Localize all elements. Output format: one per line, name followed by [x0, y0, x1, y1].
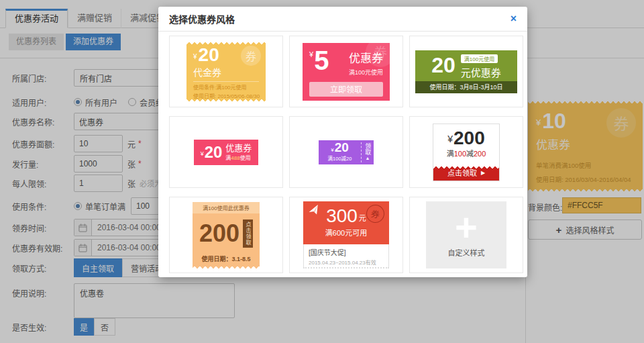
coupon-style-option-2[interactable]: 券 ¥ 5 优惠券 满100元使用 立即领取 — [289, 36, 403, 107]
coupon-style-option-8[interactable]: 券 300 元 满600元可用 [国庆节大促] 2015.04.23~2015.… — [289, 197, 403, 273]
claim-tab: 领取 ▲ — [362, 140, 374, 164]
coupon-card-orange: 满100使用此优惠券 200 点击领取 使用日期：3.1-8.5 — [193, 202, 260, 268]
coupon-condition: 满100元使用 — [349, 68, 383, 77]
plus-icon: + — [455, 212, 478, 243]
coupon-condition: 满100使用此优惠券 — [193, 202, 260, 213]
coupon-condition: 满488使用 — [225, 154, 252, 161]
amount-value: 200 — [199, 224, 239, 244]
coupon-name: 代金券 — [193, 65, 259, 79]
coupon-amount: ¥ 20 — [331, 142, 349, 153]
close-icon[interactable]: × — [511, 13, 517, 24]
serrated-edge — [433, 165, 499, 168]
coupon-validity: 2015.04.23~2015.04.23有效 — [309, 258, 384, 266]
amount-value: 20 — [335, 142, 349, 153]
coupon-condition: 使用条件:满100元使用 — [193, 84, 259, 93]
coupon-amount: 300 元 — [326, 208, 366, 224]
coupon-style-option-7[interactable]: 满100使用此优惠券 200 点击领取 使用日期：3.1-8.5 — [169, 197, 283, 273]
serrated-edge — [186, 99, 266, 103]
claim-label: 点击领取 — [447, 167, 477, 178]
custom-style-card: + 自定义样式 — [426, 201, 506, 268]
amount-value: 20 — [199, 48, 219, 62]
paper-plane-icon — [307, 204, 321, 219]
click-claim-tab[interactable]: 点击领取 — [243, 219, 253, 248]
currency-symbol: ¥ — [309, 50, 313, 72]
coupon-stamp-badge: 券 — [364, 203, 386, 224]
perforated-edge — [193, 265, 260, 268]
coupon-card-white-red: ¥ 200 满100减200 点击领取 ▶ — [433, 124, 500, 181]
amount-value: 300 — [326, 208, 358, 224]
coupon-style-option-6[interactable]: ¥ 200 满100减200 点击领取 ▶ — [409, 116, 523, 188]
coupon-style-modal: 选择优惠券风格 × 券 ¥ 20 代金券 使用条件:满100元使用 使用日 — [158, 7, 527, 277]
coupon-style-option-3[interactable]: 20 满100元使用 元优惠券 使用日期：3月8日-3月10日 — [409, 36, 523, 107]
modal-header: 选择优惠券风格 × — [158, 7, 527, 32]
coupon-amount: ¥ 5 — [309, 49, 329, 72]
modal-title: 选择优惠券风格 — [169, 12, 511, 26]
coupon-card-purple: ¥ 20 满100减20 领取 ▲ — [319, 140, 374, 164]
coupon-admin-page: 优惠券活动 满赠促销 满减促销 搭配促销 优惠券列表 添加优惠券 所属门店: 所… — [0, 0, 644, 343]
coupon-card-red-white: 券 300 元 满600元可用 [国庆节大促] 2015.04.23~2015.… — [303, 201, 389, 268]
click-claim-button[interactable]: 点击领取 ▶ — [433, 165, 499, 181]
coupon-condition-pill: 满100元使用 — [461, 54, 498, 63]
coupon-date: 使用日期：3月8日-3月10日 — [415, 81, 517, 93]
coupon-condition: 满100减20 — [328, 154, 352, 162]
amount-value: 20 — [431, 57, 455, 75]
coupon-card-pink: 券 ¥ 5 优惠券 满100元使用 立即领取 — [303, 43, 390, 101]
coupon-style-grid: 券 ¥ 20 代金券 使用条件:满100元使用 使用日期: 2015/05/06… — [169, 36, 523, 273]
coupon-info: 使用条件:满100元使用 使用日期: 2015/05/06-08/30 — [193, 81, 259, 101]
coupon-title: 元优惠券 — [461, 65, 501, 79]
currency-symbol: ¥ — [193, 53, 197, 60]
coupon-badge: 券 — [241, 46, 261, 66]
coupon-amount: ¥ 200 — [447, 130, 485, 146]
coupon-condition: 满100减200 — [447, 148, 486, 158]
amount-value: 200 — [453, 130, 485, 146]
triangle-right-icon: ▶ — [481, 170, 485, 176]
coupon-style-option-custom[interactable]: + 自定义样式 — [409, 197, 523, 273]
coupon-tag: [国庆节大促] — [309, 247, 384, 257]
coupon-style-option-5[interactable]: ¥ 20 满100减20 领取 ▲ — [289, 116, 403, 188]
coupon-style-option-4[interactable]: ¥ 20 优惠券 满488使用 — [169, 116, 283, 188]
currency-symbol: ¥ — [201, 150, 204, 157]
amount-value: 5 — [314, 49, 329, 72]
coupon-condition: 满600元可用 — [325, 227, 367, 238]
serrated-edge — [186, 41, 266, 44]
coupon-card-yellow: 券 ¥ 20 代金券 使用条件:满100元使用 使用日期: 2015/05/06… — [186, 41, 266, 103]
coupon-amount: ¥ 20 — [201, 146, 223, 158]
claim-now-button[interactable]: 立即领取 — [309, 82, 383, 97]
triangle-up-icon: ▲ — [366, 156, 370, 161]
coupon-card-banner-pink: ¥ 20 优惠券 满488使用 — [194, 140, 258, 165]
claim-label: 领取 — [364, 143, 371, 155]
coupon-style-option-1[interactable]: 券 ¥ 20 代金券 使用条件:满100元使用 使用日期: 2015/05/06… — [169, 36, 283, 107]
custom-style-label: 自定义样式 — [448, 247, 485, 258]
currency-symbol: ¥ — [447, 134, 453, 144]
amount-value: 20 — [205, 146, 223, 158]
coupon-title: 优惠券 — [225, 144, 252, 152]
coupon-card-green: 20 满100元使用 元优惠券 使用日期：3月8日-3月10日 — [415, 50, 517, 93]
currency-symbol: ¥ — [331, 147, 333, 153]
amount-unit: 元 — [359, 212, 366, 223]
coupon-badge: 券 — [366, 38, 395, 67]
